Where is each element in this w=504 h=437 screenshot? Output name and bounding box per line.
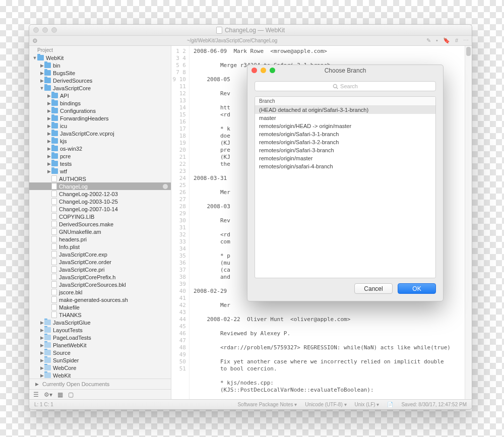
tree-item[interactable]: ▶BugsSite — [29, 69, 171, 77]
chevron-right-icon[interactable]: ▶ — [39, 63, 44, 68]
tree-item[interactable]: ▶make-generated-sources.sh — [29, 296, 171, 303]
tree-item[interactable]: ▶Source — [29, 349, 171, 356]
bullet-icon[interactable]: • — [436, 37, 438, 44]
pencil-icon[interactable]: ✎ — [426, 37, 431, 44]
chevron-right-icon[interactable]: ▶ — [46, 131, 51, 136]
branch-list-item[interactable]: remotes/origin/Safari-3-1-branch — [255, 130, 435, 138]
tree-item[interactable]: ▶PlanetWebKit — [29, 341, 171, 349]
tree-item[interactable]: ▶kjs — [29, 137, 171, 145]
chevron-right-icon[interactable]: ▶ — [39, 335, 44, 340]
branch-list-item[interactable]: remotes/origin/Safari-3-2-branch — [255, 138, 435, 146]
tree-item[interactable]: ▶WebKit — [29, 371, 171, 379]
tree-item[interactable]: ▶Configurations — [29, 107, 171, 114]
cancel-button[interactable]: Cancel — [354, 283, 393, 294]
chevron-right-icon[interactable]: ▶ — [46, 139, 51, 144]
chevron-right-icon[interactable]: ▶ — [46, 146, 51, 151]
tree-item[interactable]: ▶GNUmakefile.am — [29, 228, 171, 235]
scrollbar-thumb[interactable] — [466, 47, 471, 56]
chevron-down-icon[interactable]: ▼ — [32, 55, 37, 60]
language-selector[interactable]: Software Package Notes ▾ — [237, 402, 297, 407]
tree-item[interactable]: ▶ChangeLog-2007-10-14 — [29, 205, 171, 213]
tree-item[interactable]: ▶JavaScriptCore.pri — [29, 266, 171, 273]
tree-item[interactable]: ▶SunSpider — [29, 356, 171, 364]
chevron-right-icon[interactable]: ▶ — [46, 93, 51, 98]
tree-item[interactable]: ▶LayoutTests — [29, 326, 171, 334]
tree-item[interactable]: ▶wtf — [29, 167, 171, 175]
chevron-right-icon[interactable]: ▶ — [46, 116, 51, 121]
tree-item[interactable]: ▶JavaScriptGlue — [29, 319, 171, 326]
filter-icon[interactable]: ☰ — [33, 391, 39, 398]
sidebar-footer[interactable]: ▶ Currently Open Documents — [29, 379, 171, 389]
tree-item[interactable]: ▶bindings — [29, 99, 171, 107]
tree-item[interactable]: ▶THANKS — [29, 311, 171, 319]
chevron-right-icon[interactable]: ▶ — [39, 78, 44, 83]
chevron-right-icon[interactable]: ▶ — [39, 343, 44, 348]
tree-item[interactable]: ▶ChangeLog-2003-10-25 — [29, 198, 171, 205]
tree-item[interactable]: ▶PageLoadTests — [29, 334, 171, 341]
dialog-minimize-icon[interactable] — [261, 68, 266, 73]
minimize-window-icon[interactable] — [42, 27, 48, 33]
tree-item[interactable]: ▶JavaScriptCore.order — [29, 258, 171, 266]
vertical-scrollbar[interactable] — [465, 46, 472, 399]
close-icon[interactable] — [163, 184, 168, 189]
chevron-right-icon[interactable]: ▶ — [39, 320, 44, 325]
chevron-down-icon[interactable]: ▼ — [39, 86, 44, 91]
lineending-selector[interactable]: Unix (LF) ▾ — [355, 402, 380, 407]
box-icon[interactable]: ▢ — [68, 391, 74, 398]
tree-item[interactable]: ▶ChangeLog — [29, 182, 171, 190]
tree-item[interactable]: ▶JavaScriptCorePrefix.h — [29, 273, 171, 281]
tree-item[interactable]: ▶DerivedSources.make — [29, 220, 171, 228]
tree-item[interactable]: ▶COPYING.LIB — [29, 213, 171, 220]
chevron-right-icon[interactable]: ▶ — [39, 350, 44, 355]
tree-item[interactable]: ▶jscore.bkl — [29, 288, 171, 296]
grid-icon[interactable]: ▦ — [57, 391, 63, 398]
dots-icon[interactable]: ⋯ — [463, 37, 469, 44]
branch-list-item[interactable]: remotes/origin/safari-4-branch — [255, 162, 435, 170]
tree-item[interactable]: ▼WebKit — [29, 54, 171, 61]
document-icon[interactable]: 📄 — [387, 402, 393, 407]
chevron-right-icon[interactable]: ▶ — [46, 101, 51, 106]
dialog-zoom-icon[interactable] — [270, 68, 275, 73]
branch-list-item[interactable]: remotes/origin/master — [255, 154, 435, 162]
tree-item[interactable]: ▶WebCore — [29, 364, 171, 371]
tree-item[interactable]: ▶Info.plist — [29, 243, 171, 251]
tree-item[interactable]: ▶API — [29, 92, 171, 99]
tree-item[interactable]: ▶AUTHORS — [29, 175, 171, 182]
gear-icon[interactable]: ⚙▾ — [44, 391, 52, 398]
tree-item[interactable]: ▶ChangeLog-2002-12-03 — [29, 190, 171, 198]
zoom-window-icon[interactable] — [51, 27, 57, 33]
project-tree[interactable]: ▼WebKit▶bin▶BugsSite▶DerivedSources▼Java… — [29, 54, 171, 379]
dialog-close-icon[interactable] — [251, 68, 257, 73]
tree-item[interactable]: ▶os-win32 — [29, 145, 171, 152]
chevron-right-icon[interactable]: ▶ — [39, 373, 44, 378]
tree-item[interactable]: ▶JavaScriptCore.vcproj — [29, 130, 171, 137]
gear-icon[interactable]: ⚙ — [32, 37, 38, 44]
tree-item[interactable]: ▶Makefile — [29, 303, 171, 311]
branch-list-item[interactable]: remotes/origin/HEAD -> origin/master — [255, 122, 435, 130]
tree-item[interactable]: ▶icu — [29, 122, 171, 130]
tree-item[interactable]: ▶pcre — [29, 152, 171, 160]
branch-search-input[interactable]: Search — [255, 81, 436, 91]
tree-item[interactable]: ▶headers.pri — [29, 235, 171, 243]
chevron-right-icon[interactable]: ▶ — [46, 161, 51, 166]
hash-icon[interactable]: # — [455, 37, 458, 44]
tag-icon[interactable]: 🔖 — [443, 37, 450, 44]
tree-item[interactable]: ▶JavaScriptCoreSources.bkl — [29, 281, 171, 288]
tree-item[interactable]: ▶ForwardingHeaders — [29, 114, 171, 122]
tree-item[interactable]: ▶DerivedSources — [29, 77, 171, 84]
chevron-right-icon[interactable]: ▶ — [39, 358, 44, 363]
encoding-selector[interactable]: Unicode (UTF-8) ▾ — [305, 402, 346, 407]
chevron-right-icon[interactable]: ▶ — [46, 169, 51, 174]
chevron-right-icon[interactable]: ▶ — [46, 123, 51, 129]
close-window-icon[interactable] — [33, 27, 39, 33]
tree-item[interactable]: ▶tests — [29, 160, 171, 167]
branch-list[interactable]: (HEAD detached at origin/Safari-3-1-bran… — [255, 106, 435, 278]
tree-item[interactable]: ▼JavaScriptCore — [29, 84, 171, 92]
branch-list-item[interactable]: remotes/origin/Safari-3-branch — [255, 146, 435, 154]
chevron-right-icon[interactable]: ▶ — [39, 71, 44, 76]
chevron-right-icon[interactable]: ▶ — [39, 365, 44, 370]
branch-list-item[interactable]: master — [255, 114, 435, 122]
branch-list-item[interactable]: (HEAD detached at origin/Safari-3-1-bran… — [255, 106, 435, 114]
chevron-right-icon[interactable]: ▶ — [46, 108, 51, 113]
tree-item[interactable]: ▶JavaScriptCore.exp — [29, 251, 171, 258]
